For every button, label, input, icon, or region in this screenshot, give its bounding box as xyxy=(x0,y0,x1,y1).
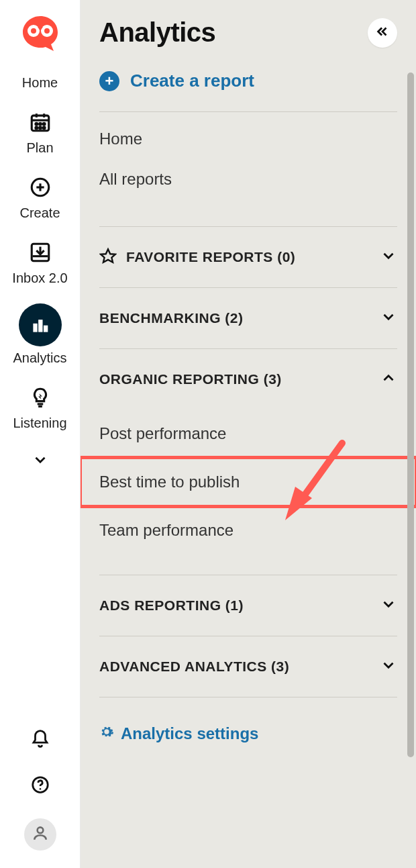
nav-item-create[interactable]: Create xyxy=(0,173,80,221)
svg-point-13 xyxy=(43,127,45,129)
svg-marker-27 xyxy=(101,249,115,262)
svg-point-3 xyxy=(44,28,50,34)
nav-item-home[interactable]: Home xyxy=(0,75,80,91)
section-organic-reporting[interactable]: ORGANIC REPORTING (3) xyxy=(99,349,397,409)
section-ads-reporting[interactable]: ADS REPORTING (1) xyxy=(99,575,397,636)
notifications-button[interactable] xyxy=(27,727,54,754)
organic-team-performance[interactable]: Team performance xyxy=(99,506,397,554)
nav-item-listening[interactable]: Listening xyxy=(0,383,80,431)
nav-item-label: Plan xyxy=(26,140,53,156)
help-circle-icon xyxy=(30,775,50,798)
panel-scrollbar[interactable] xyxy=(407,73,414,757)
chevron-down-icon xyxy=(380,247,397,267)
star-icon xyxy=(99,247,117,267)
organic-post-performance[interactable]: Post performance xyxy=(99,409,397,458)
chevron-down-icon xyxy=(380,595,397,616)
inbox-download-icon xyxy=(26,238,54,267)
chevron-up-icon xyxy=(380,369,397,389)
analytics-panel: Analytics + Create a report Home All rep… xyxy=(81,0,416,868)
section-title: BENCHMARKING (2) xyxy=(99,310,244,326)
lightbulb-icon xyxy=(26,383,54,412)
analytics-settings-link[interactable]: Analytics settings xyxy=(99,724,397,743)
nav-item-label: Inbox 2.0 xyxy=(12,271,67,286)
bell-icon xyxy=(30,729,50,752)
all-reports-link[interactable]: All reports xyxy=(99,166,397,206)
create-report-button[interactable]: + Create a report xyxy=(99,70,397,91)
nav-item-analytics[interactable]: Analytics xyxy=(0,303,80,366)
nav-item-label: Listening xyxy=(13,416,66,431)
bar-chart-icon xyxy=(19,303,62,346)
plus-circle-icon xyxy=(26,173,54,201)
nav-item-label: Home xyxy=(22,75,58,91)
section-advanced-analytics[interactable]: ADVANCED ANALYTICS (3) xyxy=(99,636,397,697)
analytics-home-link[interactable]: Home xyxy=(99,112,397,166)
left-nav-rail: Home Plan Create xyxy=(0,0,81,868)
svg-point-10 xyxy=(43,123,45,125)
svg-point-8 xyxy=(35,123,37,125)
double-chevron-left-icon xyxy=(375,24,390,42)
nav-item-label: Analytics xyxy=(13,350,66,366)
organic-best-time-to-publish[interactable]: Best time to publish xyxy=(81,458,416,506)
svg-point-25 xyxy=(39,788,41,790)
svg-point-11 xyxy=(35,127,37,129)
section-title: ADVANCED ANALYTICS (3) xyxy=(99,659,289,675)
analytics-settings-label: Analytics settings xyxy=(121,724,258,743)
svg-rect-19 xyxy=(34,324,37,332)
calendar-icon xyxy=(26,108,54,136)
nav-more-toggle[interactable] xyxy=(32,451,49,471)
plus-icon: + xyxy=(99,71,119,91)
help-button[interactable] xyxy=(27,773,54,800)
section-title: FAVORITE REPORTS (0) xyxy=(126,249,295,265)
section-title: ADS REPORTING (1) xyxy=(99,597,244,614)
section-favorite-reports[interactable]: FAVORITE REPORTS (0) xyxy=(99,227,397,287)
person-icon xyxy=(32,824,49,845)
svg-rect-21 xyxy=(44,326,47,332)
gear-icon xyxy=(99,724,114,743)
profile-avatar-button[interactable] xyxy=(24,818,56,851)
nav-item-label: Create xyxy=(19,205,60,221)
svg-point-2 xyxy=(31,28,36,34)
nav-item-plan[interactable]: Plan xyxy=(0,108,80,156)
section-benchmarking[interactable]: BENCHMARKING (2) xyxy=(99,288,397,348)
create-report-label: Create a report xyxy=(130,70,254,91)
section-title: ORGANIC REPORTING (3) xyxy=(99,371,282,387)
chevron-down-icon xyxy=(380,308,397,328)
page-title: Analytics xyxy=(99,17,215,48)
svg-rect-20 xyxy=(38,320,42,332)
collapse-panel-button[interactable] xyxy=(368,18,397,48)
svg-point-12 xyxy=(39,127,41,129)
divider xyxy=(99,697,397,697)
chevron-down-icon xyxy=(380,657,397,677)
hootsuite-logo[interactable] xyxy=(19,12,62,58)
svg-point-9 xyxy=(39,123,41,125)
svg-point-26 xyxy=(37,827,43,833)
nav-item-inbox[interactable]: Inbox 2.0 xyxy=(0,238,80,286)
